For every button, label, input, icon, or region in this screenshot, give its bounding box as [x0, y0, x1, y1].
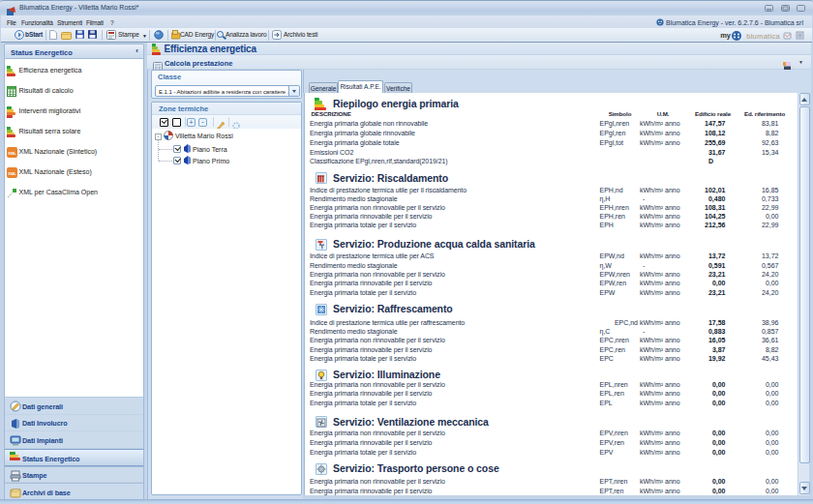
svg-text:XML: XML — [8, 151, 16, 156]
svg-text:XML: XML — [8, 171, 16, 176]
